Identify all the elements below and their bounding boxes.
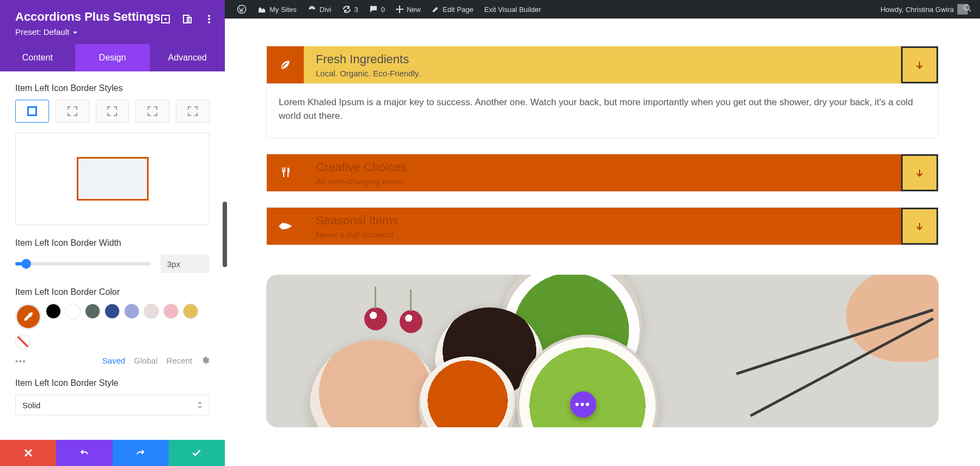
wordpress-icon bbox=[237, 4, 247, 14]
accordion-subtitle: Local. Organic. Eco-Friendly. bbox=[316, 69, 901, 78]
color-swatches bbox=[15, 304, 210, 349]
accordion-left-icon bbox=[267, 46, 304, 83]
radish-icon bbox=[364, 307, 387, 330]
radish-icon bbox=[400, 310, 422, 333]
swatch-0[interactable] bbox=[46, 304, 61, 319]
tab-design[interactable]: Design bbox=[75, 44, 150, 71]
border-style-bottom[interactable] bbox=[136, 100, 169, 123]
redo-button[interactable] bbox=[113, 440, 169, 466]
swatch-tab-global[interactable]: Global bbox=[134, 356, 157, 366]
sites-icon bbox=[258, 5, 266, 14]
adminbar-search[interactable] bbox=[963, 3, 972, 15]
swatch-tab-recent[interactable]: Recent bbox=[166, 356, 192, 366]
more-icon[interactable] bbox=[203, 13, 215, 25]
accordion-toggle[interactable] bbox=[901, 154, 938, 191]
svg-rect-2 bbox=[183, 15, 189, 23]
swatch-4[interactable] bbox=[124, 304, 139, 319]
fish-icon bbox=[278, 221, 293, 232]
border-style-top[interactable] bbox=[56, 100, 89, 123]
swatch-1[interactable] bbox=[65, 304, 81, 319]
search-icon bbox=[963, 3, 972, 13]
swatch-3[interactable] bbox=[105, 304, 120, 319]
adminbar-exit[interactable]: Exit Visual Builder bbox=[479, 5, 547, 14]
svg-point-1 bbox=[164, 18, 167, 20]
swatch-5[interactable] bbox=[144, 304, 159, 319]
accordion-header[interactable]: Creative Choices An ever-changing menu bbox=[267, 154, 938, 191]
swatch-none[interactable] bbox=[15, 334, 30, 349]
border-style-all[interactable] bbox=[15, 100, 49, 123]
swatch-2[interactable] bbox=[85, 304, 100, 319]
check-icon bbox=[191, 447, 202, 458]
undo-button[interactable] bbox=[56, 440, 112, 466]
select-caret-icon bbox=[197, 401, 203, 409]
swatch-7[interactable] bbox=[183, 304, 198, 319]
border-width-value[interactable]: 3px bbox=[161, 255, 210, 273]
preset-label: Preset: Default bbox=[15, 27, 69, 37]
adminbar-mysites[interactable]: My Sites bbox=[252, 5, 302, 14]
border-width-label: Item Left Icon Border Width bbox=[15, 238, 210, 248]
arrow-down-icon bbox=[915, 168, 924, 178]
close-icon bbox=[23, 448, 33, 458]
adminbar-updates[interactable]: 3 bbox=[337, 5, 364, 14]
swatch-settings-icon[interactable] bbox=[201, 356, 210, 366]
wp-admin-bar: My Sites Divi 3 0 New Edit Page Exit Vis… bbox=[225, 0, 980, 19]
swatch-tab-saved[interactable]: Saved bbox=[102, 356, 126, 366]
adminbar-site[interactable]: Divi bbox=[302, 5, 337, 14]
module-settings-fab[interactable]: ••• bbox=[570, 391, 596, 417]
adminbar-new[interactable]: New bbox=[390, 5, 426, 14]
save-button[interactable] bbox=[169, 440, 225, 466]
accordion-toggle[interactable] bbox=[901, 46, 938, 83]
swatch-6[interactable] bbox=[163, 304, 179, 319]
border-style-select[interactable]: Solid bbox=[15, 395, 210, 415]
panel-bottom-bar bbox=[0, 440, 225, 466]
border-color-label: Item Left Icon Border Color bbox=[15, 287, 210, 297]
border-style-left[interactable] bbox=[176, 100, 210, 123]
border-style-right[interactable] bbox=[96, 100, 130, 123]
expand-icon[interactable] bbox=[160, 13, 171, 25]
update-icon bbox=[342, 5, 351, 14]
adminbar-edit[interactable]: Edit Page bbox=[426, 5, 479, 14]
border-preview-shape bbox=[77, 157, 149, 201]
chevron-down-icon bbox=[72, 30, 78, 35]
tab-advanced[interactable]: Advanced bbox=[150, 44, 225, 71]
arrow-down-icon bbox=[915, 221, 924, 231]
slider-knob[interactable] bbox=[21, 259, 31, 269]
accordion-left-icon bbox=[267, 154, 304, 191]
swatch-tabs-row: ••• Saved Global Recent bbox=[15, 356, 210, 366]
panel-body: Item Left Icon Border Styles Item Left I… bbox=[0, 71, 225, 440]
page-canvas: Fresh Ingredients Local. Organic. Eco-Fr… bbox=[225, 19, 980, 466]
border-width-row: 3px bbox=[15, 255, 210, 273]
color-picker-button[interactable] bbox=[15, 304, 41, 330]
accordion-header[interactable]: Fresh Ingredients Local. Organic. Eco-Fr… bbox=[267, 46, 938, 83]
settings-tabs: Content Design Advanced bbox=[0, 44, 225, 71]
wp-logo[interactable] bbox=[231, 4, 252, 14]
header-icons bbox=[160, 13, 215, 25]
undo-icon bbox=[79, 447, 90, 458]
gauge-icon bbox=[308, 5, 316, 14]
leaf-icon bbox=[278, 58, 292, 72]
pencil-icon bbox=[432, 5, 439, 13]
svg-point-8 bbox=[964, 5, 969, 10]
border-preview bbox=[15, 132, 210, 225]
border-style-select-value: Solid bbox=[22, 401, 40, 410]
svg-point-6 bbox=[208, 21, 210, 23]
accordion-content: Lorem Khaled Ipsum is a major key to suc… bbox=[267, 83, 938, 138]
accordion-header[interactable]: Seasonal Items Never a dull moment! bbox=[267, 208, 938, 245]
svg-point-7 bbox=[238, 5, 246, 14]
arrow-down-icon bbox=[915, 60, 924, 70]
svg-point-4 bbox=[208, 15, 210, 17]
swatch-more-icon[interactable]: ••• bbox=[15, 357, 27, 366]
tab-content[interactable]: Content bbox=[0, 44, 75, 71]
border-width-slider[interactable] bbox=[15, 262, 151, 265]
preset-dropdown[interactable]: Preset: Default bbox=[15, 27, 210, 37]
accordion-toggle[interactable] bbox=[901, 208, 938, 245]
adminbar-comments[interactable]: 0 bbox=[364, 5, 390, 14]
responsive-icon[interactable] bbox=[181, 13, 193, 25]
adminbar-howdy[interactable]: Howdy, Christina Gwira bbox=[875, 4, 973, 15]
accordion-subtitle: An ever-changing menu bbox=[316, 177, 901, 186]
dots-icon: ••• bbox=[575, 398, 591, 410]
border-styles-label: Item Left Icon Border Styles bbox=[15, 83, 210, 93]
svg-point-5 bbox=[208, 18, 210, 20]
cancel-button[interactable] bbox=[0, 440, 56, 466]
accordion-title: Seasonal Items bbox=[316, 214, 901, 228]
